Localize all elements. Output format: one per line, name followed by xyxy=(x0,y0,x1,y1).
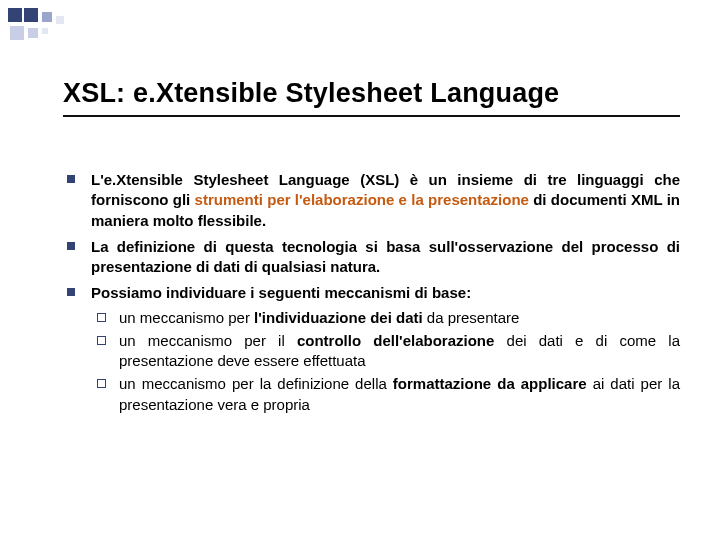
text: L' xyxy=(91,171,104,188)
deco-square-icon xyxy=(24,8,38,22)
slide-title: XSL: e.Xtensible Stylesheet Language xyxy=(63,78,680,109)
bold-text: formattazione da applicare xyxy=(393,375,587,392)
deco-square-icon xyxy=(8,8,22,22)
sub-bullet-item: un meccanismo per l'individuazione dei d… xyxy=(91,308,680,328)
deco-square-icon xyxy=(28,28,38,38)
deco-square-icon xyxy=(42,12,52,22)
slide-body: L'e.Xtensible Stylesheet Language (XSL) … xyxy=(63,170,680,421)
text: un meccanismo per xyxy=(119,309,254,326)
bullet-item: L'e.Xtensible Stylesheet Language (XSL) … xyxy=(63,170,680,231)
deco-square-icon xyxy=(42,28,48,34)
corner-decoration xyxy=(0,0,120,50)
deco-square-icon xyxy=(56,16,64,24)
sub-bullet-item: un meccanismo per il controllo dell'elab… xyxy=(91,331,680,372)
bold-text: controllo dell'elaborazione xyxy=(297,332,494,349)
deco-square-icon xyxy=(10,26,24,40)
bullet-list: L'e.Xtensible Stylesheet Language (XSL) … xyxy=(63,170,680,415)
accent-text: strumenti per l'elaborazione e la presen… xyxy=(195,191,529,208)
text: da presentare xyxy=(423,309,520,326)
text: un meccanismo per il xyxy=(119,332,297,349)
text: un meccanismo per la definizione della xyxy=(119,375,393,392)
title-container: XSL: e.Xtensible Stylesheet Language xyxy=(63,78,680,117)
bullet-item: La definizione di questa tecnologia si b… xyxy=(63,237,680,278)
slide: XSL: e.Xtensible Stylesheet Language L'e… xyxy=(0,0,720,540)
text: Possiamo individuare i seguenti meccanis… xyxy=(91,284,471,301)
bold-text: l'individuazione dei dati xyxy=(254,309,423,326)
bold-text: e.Xtensible Stylesheet Language (XSL) xyxy=(104,171,400,188)
bullet-item: Possiamo individuare i seguenti meccanis… xyxy=(63,283,680,415)
sub-bullet-item: un meccanismo per la definizione della f… xyxy=(91,374,680,415)
sub-bullet-list: un meccanismo per l'individuazione dei d… xyxy=(91,308,680,415)
